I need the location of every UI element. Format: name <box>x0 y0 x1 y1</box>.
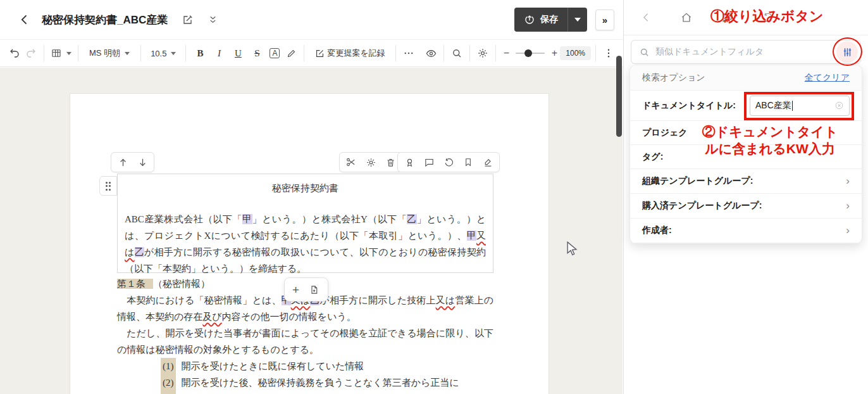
contract-title: 秘密保持契約書 <box>125 180 486 196</box>
add-page-icon[interactable] <box>307 283 320 296</box>
list-item-number: (1) <box>161 358 176 374</box>
filter-button[interactable] <box>836 41 858 63</box>
selected-text-block[interactable]: 秘密保持契約書 ABC産業株式会社（以下「甲」という。）と株式会社Y（以下「乙」… <box>117 174 493 273</box>
zoom-slider-knob[interactable] <box>524 49 532 57</box>
annotation-note-2-line-2: ルに含まれるKW入力 <box>684 140 856 157</box>
document-canvas[interactable]: 秘密保持契約書 ABC産業株式会社（以下「甲」という。）と株式会社Y（以下「乙」… <box>0 68 623 394</box>
document-title-filter-value: ABC産業 <box>755 100 791 111</box>
settings-gear-button[interactable] <box>474 44 491 62</box>
zoom-slider[interactable] <box>516 53 545 54</box>
list-item: (1) 開示を受けたときに既に保有していた情報 <box>161 358 493 374</box>
history-icon[interactable] <box>442 156 455 168</box>
bookmark-icon[interactable] <box>462 156 474 168</box>
drag-dots-icon <box>106 182 111 191</box>
home-icon[interactable] <box>679 11 693 25</box>
toolbar-separator <box>78 45 78 61</box>
save-button-label: 保存 <box>540 14 558 25</box>
zoom-percent-badge: 100% <box>560 46 591 60</box>
list-item: (2) 開示を受けた後、秘密保持義務を負うことなく第三者から正当に入手した情報 <box>161 374 493 394</box>
document-title-filter-row: ドキュメントタイトル: ABC産業 <box>630 91 862 121</box>
search-in-document-button[interactable] <box>449 44 465 62</box>
side-panel: 類似ドキュメントフィルタ 検索オプション 全てクリア ドキュメントタイトル: A… <box>624 0 868 394</box>
zoom-out-button[interactable]: − <box>500 48 512 59</box>
toolbar-separator <box>304 45 304 61</box>
editor-header: 秘密保持契約書_ABC産業 保存 » <box>0 0 623 39</box>
insert-block-popup: + <box>284 277 328 302</box>
italic-button[interactable]: I <box>209 44 228 62</box>
zoom-in-button[interactable]: + <box>549 48 560 59</box>
caret-down-icon <box>171 52 176 55</box>
collapse-title-chevrons-icon[interactable] <box>204 11 221 28</box>
annotation-note-2-line-1: ②ドキュメントタイト <box>684 123 856 140</box>
vertical-scrollbar[interactable] <box>616 56 622 137</box>
undo-button[interactable] <box>6 44 23 62</box>
redo-button[interactable] <box>23 44 39 62</box>
toolbar-separator <box>185 45 186 61</box>
underline-button[interactable]: U <box>228 44 247 62</box>
toolbar-separator <box>469 45 470 61</box>
rename-edit-icon[interactable] <box>179 11 195 28</box>
block-settings-gear-icon[interactable] <box>364 156 377 168</box>
back-icon[interactable] <box>16 11 33 28</box>
document-title-filter-input[interactable]: ABC産業 <box>750 96 850 116</box>
toolbar-separator <box>44 45 44 61</box>
save-options-dropdown[interactable] <box>567 8 587 32</box>
comment-icon[interactable] <box>423 156 435 168</box>
signature-pen-icon[interactable] <box>481 156 494 168</box>
bold-button[interactable]: B <box>190 44 209 62</box>
track-changes-button[interactable]: 変更提案を記録 <box>309 44 390 62</box>
block-edit-toolbar <box>339 152 402 172</box>
toolbar-separator <box>443 45 444 61</box>
document-title-heading: 秘密保持契約書_ABC産業 <box>42 13 168 27</box>
strikethrough-button[interactable]: S <box>247 44 266 62</box>
clear-input-icon[interactable] <box>834 101 844 110</box>
move-block-up-icon[interactable] <box>116 156 129 168</box>
block-drag-handle[interactable] <box>99 176 117 196</box>
toolbar-separator <box>395 45 396 61</box>
delete-trash-icon[interactable] <box>384 156 397 168</box>
mouse-cursor <box>566 241 578 256</box>
highlight-pen-button[interactable] <box>283 44 299 62</box>
caret-down-icon <box>125 52 130 55</box>
search-icon <box>639 47 650 58</box>
filter-sliders-icon <box>841 46 853 58</box>
clear-all-link[interactable]: 全てクリア <box>805 72 850 84</box>
caret-down-icon <box>574 18 581 22</box>
toolbar-separator <box>140 45 141 61</box>
search-options-title: 検索オプション <box>642 72 705 84</box>
badge-ribbon-icon[interactable] <box>403 156 416 168</box>
preview-eye-button[interactable] <box>423 44 439 62</box>
add-block-button[interactable]: + <box>292 284 299 296</box>
save-split-button: 保存 <box>514 8 587 32</box>
block-annotation-toolbar <box>397 152 500 172</box>
save-button[interactable]: 保存 <box>514 8 567 32</box>
font-size-select[interactable]: 10.5 <box>146 44 181 62</box>
move-block-down-icon[interactable] <box>136 156 149 168</box>
purchased-template-group-row[interactable]: 購入済テンプレートグループ: › <box>630 194 862 219</box>
org-template-group-row[interactable]: 組織テンプレートグループ: › <box>630 169 862 194</box>
creator-filter-row[interactable]: 作成者: › <box>630 219 862 243</box>
more-options-button[interactable] <box>400 44 417 62</box>
collapse-panel-button[interactable]: » <box>595 10 614 30</box>
character-style-button[interactable]: A <box>266 44 283 62</box>
font-family-select[interactable]: MS 明朝 <box>83 44 136 62</box>
similar-document-search-input[interactable]: 類似ドキュメントフィルタ <box>631 40 861 64</box>
annotation-note-2: ②ドキュメントタイト ルに含まれるKW入力 <box>684 123 856 157</box>
toolbar-separator <box>495 45 496 61</box>
block-move-toolbar <box>111 152 154 172</box>
project-filter-label: プロジェク <box>642 127 688 139</box>
list-item-text: 開示を受けた後、秘密保持義務を負うことなく第三者から正当に入手した情報 <box>182 374 466 394</box>
chevron-right-icon: › <box>846 200 850 212</box>
caret-down-icon <box>66 52 71 55</box>
tag-filter-label: タグ: <box>642 151 663 163</box>
font-family-value: MS 明朝 <box>89 48 120 59</box>
chevron-right-icon: › <box>846 224 850 237</box>
org-template-group-label: 組織テンプレートグループ: <box>642 175 753 187</box>
cut-scissors-icon[interactable] <box>345 156 357 168</box>
font-size-value: 10.5 <box>151 49 166 58</box>
insert-table-button[interactable] <box>49 44 73 62</box>
kebab-menu-button[interactable] <box>600 44 617 62</box>
toolbar-separator <box>595 45 596 61</box>
panel-back-icon[interactable] <box>639 11 653 25</box>
purchased-template-group-label: 購入済テンプレートグループ: <box>642 200 762 212</box>
